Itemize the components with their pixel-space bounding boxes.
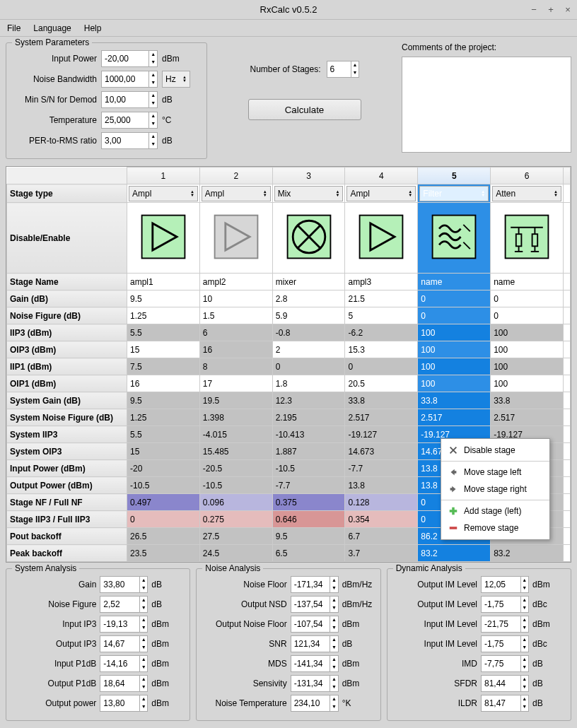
ctx-add-stage[interactable]: Add stage (left) xyxy=(441,503,549,519)
titlebar: RxCalc v0.5.2 − + × xyxy=(0,0,577,20)
num-stages-label: Number of Stages: xyxy=(250,64,320,74)
num-stages-field[interactable]: ▲▼ xyxy=(327,61,359,78)
comments-textarea[interactable] xyxy=(402,57,571,153)
ctx-disable-stage[interactable]: Disable stage xyxy=(441,442,549,459)
calculate-button[interactable]: Calculate xyxy=(248,99,361,120)
stage-type-combo[interactable]: Ampl▲▼ xyxy=(129,186,198,201)
svg-rect-28 xyxy=(450,488,453,491)
input-power-field[interactable]: ▲▼ xyxy=(101,50,158,67)
da-iim-dbm[interactable]: ▲▼ xyxy=(481,616,529,633)
comments-label: Comments of the project: xyxy=(402,42,571,52)
noise-bw-unit-combo[interactable]: Hz▲▼ xyxy=(162,71,190,88)
col-header-selected[interactable]: 5 xyxy=(418,168,491,184)
da-oim-dbc[interactable]: ▲▼ xyxy=(481,596,529,613)
na-onf[interactable]: ▲▼ xyxy=(291,616,339,633)
stage-icon-filter[interactable] xyxy=(418,203,491,274)
na-ntemp[interactable]: ▲▼ xyxy=(291,695,339,712)
noise-analysis-group: Noise Analysis Noise Floor▲▼dBm/Hz Outpu… xyxy=(196,568,380,721)
stage-icon-atten[interactable] xyxy=(491,203,564,274)
col-header[interactable]: 3 xyxy=(272,168,345,184)
ctx-move-right[interactable]: Move stage right xyxy=(441,481,549,498)
dynamic-analysis-group: Dynamic Analysis Output IM Level▲▼dBm Ou… xyxy=(387,568,571,721)
menubar: File Language Help xyxy=(0,20,577,37)
minimize-icon[interactable]: − xyxy=(529,5,539,15)
menu-language[interactable]: Language xyxy=(33,23,71,33)
sa-nf[interactable]: ▲▼ xyxy=(100,596,148,613)
temperature-field[interactable]: ▲▼ xyxy=(101,112,158,129)
system-analysis-group: System Analysis Gain▲▼dB Noise Figure▲▼d… xyxy=(6,568,190,721)
system-parameters-group: System Parameters Input Power ▲▼ dBm Noi… xyxy=(6,42,207,159)
svg-rect-26 xyxy=(454,471,457,474)
close-icon xyxy=(448,445,458,455)
da-oim-dbm[interactable]: ▲▼ xyxy=(481,576,529,593)
plus-icon xyxy=(448,506,458,516)
menu-help[interactable]: Help xyxy=(84,23,102,33)
sa-outpow[interactable]: ▲▼ xyxy=(100,695,148,712)
maximize-icon[interactable]: + xyxy=(546,5,556,15)
da-ildr[interactable]: ▲▼ xyxy=(481,695,529,712)
col-header[interactable]: 4 xyxy=(345,168,418,184)
stage-icon-ampl[interactable] xyxy=(345,203,418,274)
stage-icon-mixer[interactable] xyxy=(272,203,345,274)
arrow-right-icon xyxy=(448,484,458,494)
da-imd[interactable]: ▲▼ xyxy=(481,655,529,672)
stage-type-combo[interactable]: Atten▲▼ xyxy=(492,186,561,201)
col-header[interactable]: 6 xyxy=(491,168,564,184)
sa-op1db[interactable]: ▲▼ xyxy=(100,675,148,692)
stage-type-combo[interactable]: Filter▲▼ xyxy=(419,186,489,201)
na-mds[interactable]: ▲▼ xyxy=(291,655,339,672)
sa-ip1db[interactable]: ▲▼ xyxy=(100,655,148,672)
da-sfdr[interactable]: ▲▼ xyxy=(481,675,529,692)
sa-iip3[interactable]: ▲▼ xyxy=(100,616,148,633)
svg-rect-30 xyxy=(450,510,457,512)
stage-icon-ampl[interactable] xyxy=(127,203,200,274)
stage-type-combo[interactable]: Ampl▲▼ xyxy=(202,186,271,201)
ctx-remove-stage[interactable]: Remove stage xyxy=(441,519,549,536)
window-title: RxCalc v0.5.2 xyxy=(260,4,317,15)
close-icon[interactable]: × xyxy=(563,5,573,15)
stages-table: 1 2 3 4 5 6 Stage type Ampl▲▼ Ampl▲▼ Mix… xyxy=(6,166,571,563)
col-header[interactable]: 2 xyxy=(199,168,272,184)
col-header[interactable]: 1 xyxy=(127,168,200,184)
stage-type-combo[interactable]: Mix▲▼ xyxy=(274,186,344,201)
sa-oip3[interactable]: ▲▼ xyxy=(100,635,148,652)
da-iim-dbc[interactable]: ▲▼ xyxy=(481,635,529,652)
per-rms-field[interactable]: ▲▼ xyxy=(101,132,158,149)
menu-file[interactable]: File xyxy=(7,23,21,33)
svg-rect-31 xyxy=(450,527,457,529)
context-menu: Disable stage Move stage left Move stage… xyxy=(441,438,550,540)
svg-rect-10 xyxy=(433,216,476,259)
arrow-left-icon xyxy=(448,467,458,477)
na-sens[interactable]: ▲▼ xyxy=(291,675,339,692)
stage-icon-ampl-disabled[interactable] xyxy=(199,203,272,274)
na-onsd[interactable]: ▲▼ xyxy=(291,596,339,613)
na-floor[interactable]: ▲▼ xyxy=(291,576,339,593)
stage-type-combo[interactable]: Ampl▲▼ xyxy=(346,186,416,201)
noise-bw-field[interactable]: ▲▼ xyxy=(101,71,158,88)
sa-gain[interactable]: ▲▼ xyxy=(100,576,148,593)
min-sn-field[interactable]: ▲▼ xyxy=(101,91,158,108)
ctx-move-left[interactable]: Move stage left xyxy=(441,464,549,481)
svg-rect-13 xyxy=(506,216,549,259)
minus-icon xyxy=(448,523,458,533)
na-snr[interactable]: ▲▼ xyxy=(291,635,339,652)
